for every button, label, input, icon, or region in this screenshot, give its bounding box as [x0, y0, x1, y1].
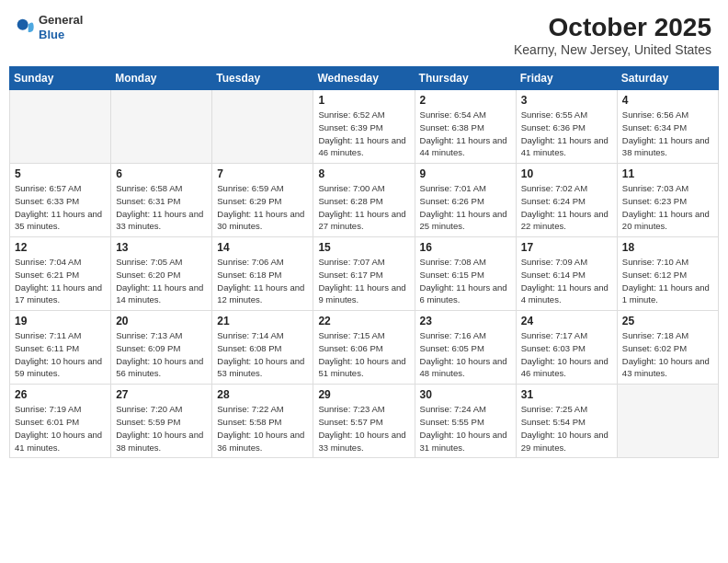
day-info: Sunrise: 7:23 AMSunset: 5:57 PMDaylight:…	[318, 403, 409, 454]
calendar-cell: 10Sunrise: 7:02 AMSunset: 6:24 PMDayligh…	[516, 164, 617, 237]
calendar-week-row-4: 26Sunrise: 7:19 AMSunset: 6:01 PMDayligh…	[10, 385, 719, 458]
calendar-cell: 29Sunrise: 7:23 AMSunset: 5:57 PMDayligh…	[313, 385, 415, 458]
day-info: Sunrise: 6:59 AMSunset: 6:29 PMDaylight:…	[217, 182, 308, 233]
calendar-header-row: Sunday Monday Tuesday Wednesday Thursday…	[10, 67, 719, 90]
day-info: Sunrise: 7:07 AMSunset: 6:17 PMDaylight:…	[318, 256, 409, 306]
day-info: Sunrise: 7:22 AMSunset: 5:58 PMDaylight:…	[217, 403, 308, 454]
calendar-cell: 5Sunrise: 6:57 AMSunset: 6:33 PMDaylight…	[10, 164, 111, 237]
calendar-cell: 30Sunrise: 7:24 AMSunset: 5:55 PMDayligh…	[415, 385, 516, 458]
day-number: 13	[116, 241, 207, 254]
day-number: 20	[116, 315, 207, 327]
col-sunday: Sunday	[10, 67, 111, 90]
day-info: Sunrise: 7:02 AMSunset: 6:24 PMDaylight:…	[521, 182, 612, 233]
calendar-cell: 7Sunrise: 6:59 AMSunset: 6:29 PMDaylight…	[212, 164, 313, 237]
day-number: 14	[217, 241, 308, 254]
day-info: Sunrise: 7:00 AMSunset: 6:28 PMDaylight:…	[318, 182, 409, 233]
day-number: 5	[15, 167, 106, 180]
calendar-cell: 25Sunrise: 7:18 AMSunset: 6:02 PMDayligh…	[617, 311, 718, 385]
calendar-cell: 27Sunrise: 7:20 AMSunset: 5:59 PMDayligh…	[111, 385, 212, 458]
logo-text: General Blue	[39, 13, 83, 41]
calendar-week-row-3: 19Sunrise: 7:11 AMSunset: 6:11 PMDayligh…	[10, 311, 719, 385]
day-number: 7	[217, 167, 308, 180]
calendar-cell: 26Sunrise: 7:19 AMSunset: 6:01 PMDayligh…	[10, 385, 111, 458]
calendar-cell: 14Sunrise: 7:06 AMSunset: 6:18 PMDayligh…	[212, 237, 313, 311]
day-info: Sunrise: 7:13 AMSunset: 6:09 PMDaylight:…	[116, 329, 207, 380]
calendar-cell: 15Sunrise: 7:07 AMSunset: 6:17 PMDayligh…	[313, 237, 415, 311]
page-header: General Blue October 2025 Kearny, New Je…	[9, 9, 719, 61]
day-number: 21	[217, 315, 308, 327]
day-info: Sunrise: 6:56 AMSunset: 6:34 PMDaylight:…	[622, 109, 713, 159]
col-tuesday: Tuesday	[212, 67, 313, 90]
day-info: Sunrise: 7:15 AMSunset: 6:06 PMDaylight:…	[318, 329, 409, 380]
day-info: Sunrise: 7:16 AMSunset: 6:05 PMDaylight:…	[420, 329, 511, 380]
calendar-cell	[617, 385, 718, 458]
day-number: 6	[116, 167, 207, 180]
day-number: 9	[420, 167, 511, 180]
day-number: 17	[521, 241, 612, 254]
calendar-cell: 16Sunrise: 7:08 AMSunset: 6:15 PMDayligh…	[415, 237, 516, 311]
day-info: Sunrise: 7:09 AMSunset: 6:14 PMDaylight:…	[521, 256, 612, 306]
day-number: 15	[318, 241, 409, 254]
location-text: Kearny, New Jersey, United States	[514, 42, 711, 57]
day-number: 18	[622, 241, 713, 254]
day-number: 26	[15, 388, 106, 401]
day-number: 29	[318, 388, 409, 401]
day-info: Sunrise: 7:08 AMSunset: 6:15 PMDaylight:…	[420, 256, 511, 306]
calendar-week-row-2: 12Sunrise: 7:04 AMSunset: 6:21 PMDayligh…	[10, 237, 719, 311]
calendar-cell: 1Sunrise: 6:52 AMSunset: 6:39 PMDaylight…	[313, 90, 415, 164]
day-number: 16	[420, 241, 511, 254]
day-number: 24	[521, 315, 612, 327]
day-info: Sunrise: 7:04 AMSunset: 6:21 PMDaylight:…	[15, 256, 106, 306]
day-info: Sunrise: 7:20 AMSunset: 5:59 PMDaylight:…	[116, 403, 207, 454]
day-info: Sunrise: 7:06 AMSunset: 6:18 PMDaylight:…	[217, 256, 308, 306]
day-number: 30	[420, 388, 511, 401]
title-block: October 2025 Kearny, New Jersey, United …	[514, 13, 711, 57]
day-number: 1	[318, 94, 409, 107]
day-info: Sunrise: 7:01 AMSunset: 6:26 PMDaylight:…	[420, 182, 511, 233]
calendar-cell: 13Sunrise: 7:05 AMSunset: 6:20 PMDayligh…	[111, 237, 212, 311]
day-number: 28	[217, 388, 308, 401]
day-number: 27	[116, 388, 207, 401]
day-info: Sunrise: 7:11 AMSunset: 6:11 PMDaylight:…	[15, 329, 106, 380]
calendar-week-row-1: 5Sunrise: 6:57 AMSunset: 6:33 PMDaylight…	[10, 164, 719, 237]
day-info: Sunrise: 7:24 AMSunset: 5:55 PMDaylight:…	[420, 403, 511, 454]
col-friday: Friday	[516, 67, 617, 90]
calendar-cell: 12Sunrise: 7:04 AMSunset: 6:21 PMDayligh…	[10, 237, 111, 311]
day-info: Sunrise: 7:14 AMSunset: 6:08 PMDaylight:…	[217, 329, 308, 380]
col-thursday: Thursday	[415, 67, 516, 90]
day-number: 11	[622, 167, 713, 180]
calendar-cell: 2Sunrise: 6:54 AMSunset: 6:38 PMDaylight…	[415, 90, 516, 164]
day-info: Sunrise: 6:57 AMSunset: 6:33 PMDaylight:…	[15, 182, 106, 233]
logo-blue-text: Blue	[39, 28, 83, 42]
day-info: Sunrise: 6:52 AMSunset: 6:39 PMDaylight:…	[318, 109, 409, 159]
day-number: 19	[15, 315, 106, 327]
month-title: October 2025	[514, 13, 711, 42]
day-number: 25	[622, 315, 713, 327]
day-info: Sunrise: 7:18 AMSunset: 6:02 PMDaylight:…	[622, 329, 713, 380]
logo-general-text: General	[39, 13, 83, 28]
calendar-week-row-0: 1Sunrise: 6:52 AMSunset: 6:39 PMDaylight…	[10, 90, 719, 164]
calendar-cell: 4Sunrise: 6:56 AMSunset: 6:34 PMDaylight…	[617, 90, 718, 164]
calendar-cell: 3Sunrise: 6:55 AMSunset: 6:36 PMDaylight…	[516, 90, 617, 164]
day-number: 4	[622, 94, 713, 107]
day-number: 12	[15, 241, 106, 254]
day-number: 3	[521, 94, 612, 107]
day-info: Sunrise: 6:55 AMSunset: 6:36 PMDaylight:…	[521, 109, 612, 159]
day-number: 10	[521, 167, 612, 180]
calendar-cell: 6Sunrise: 6:58 AMSunset: 6:31 PMDaylight…	[111, 164, 212, 237]
day-info: Sunrise: 6:58 AMSunset: 6:31 PMDaylight:…	[116, 182, 207, 233]
calendar-cell: 9Sunrise: 7:01 AMSunset: 6:26 PMDaylight…	[415, 164, 516, 237]
calendar-cell: 20Sunrise: 7:13 AMSunset: 6:09 PMDayligh…	[111, 311, 212, 385]
calendar-cell: 18Sunrise: 7:10 AMSunset: 6:12 PMDayligh…	[617, 237, 718, 311]
day-info: Sunrise: 7:25 AMSunset: 5:54 PMDaylight:…	[521, 403, 612, 454]
day-info: Sunrise: 6:54 AMSunset: 6:38 PMDaylight:…	[420, 109, 511, 159]
day-info: Sunrise: 7:10 AMSunset: 6:12 PMDaylight:…	[622, 256, 713, 306]
calendar-cell	[111, 90, 212, 164]
calendar-cell: 24Sunrise: 7:17 AMSunset: 6:03 PMDayligh…	[516, 311, 617, 385]
col-saturday: Saturday	[617, 67, 718, 90]
calendar-table: Sunday Monday Tuesday Wednesday Thursday…	[9, 66, 719, 458]
day-number: 23	[420, 315, 511, 327]
calendar-cell	[212, 90, 313, 164]
col-wednesday: Wednesday	[313, 67, 415, 90]
day-number: 22	[318, 315, 409, 327]
